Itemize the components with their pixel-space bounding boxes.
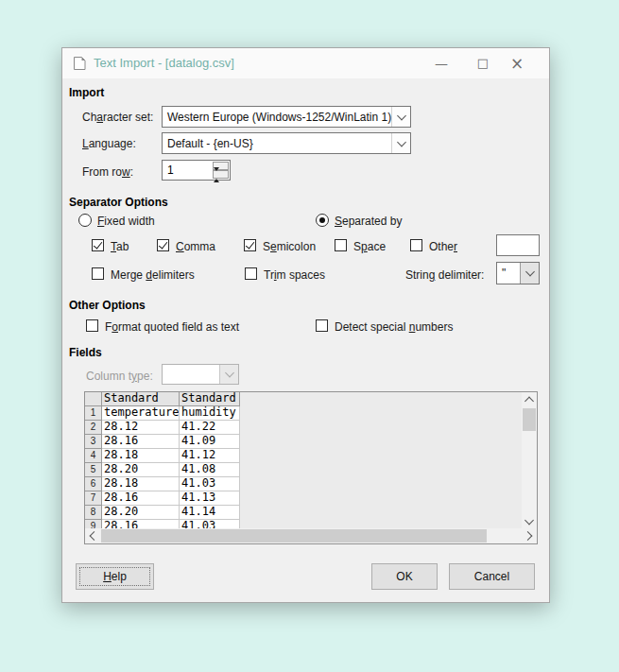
table-cell: 28.18 [102, 449, 180, 463]
table-cell: temperature [102, 406, 180, 421]
table-cell: 41.13 [180, 491, 240, 506]
semicolon-checkbox[interactable] [244, 239, 256, 251]
detect-special-numbers-checkbox-label[interactable]: Detect special numbers [335, 320, 453, 334]
row-number: 4 [85, 449, 102, 463]
row-number: 8 [85, 506, 102, 520]
other-checkbox[interactable] [410, 239, 422, 251]
preview-table: Standard Standard 1temperaturehumidity22… [84, 391, 538, 544]
scroll-left-icon[interactable] [85, 528, 100, 543]
fixed-width-radio[interactable] [78, 214, 92, 227]
chevron-down-icon[interactable] [391, 107, 410, 127]
table-cell: 41.12 [180, 449, 240, 463]
table-row: 228.1241.22 [85, 421, 522, 435]
language-select[interactable]: Default - {en-US} [162, 132, 411, 154]
language-value: Default - {en-US} [167, 137, 253, 150]
string-delimiter-label: String delimiter: [405, 268, 484, 282]
document-icon [72, 56, 87, 71]
table-cell: 28.18 [102, 477, 180, 491]
trim-spaces-checkbox-label[interactable]: Trim spaces [264, 268, 325, 282]
table-row: 828.2041.14 [85, 506, 522, 520]
space-checkbox[interactable] [335, 239, 347, 251]
from-row-label: From row: [82, 165, 133, 179]
table-cell: 28.20 [102, 463, 180, 477]
text-import-dialog: Text Import - [datalog.csv] — □ × Import… [61, 47, 550, 603]
table-row: 928.1641.03 [85, 520, 522, 528]
table-cell: 41.22 [180, 421, 240, 435]
scroll-right-icon[interactable] [522, 528, 537, 543]
format-quoted-checkbox-label[interactable]: Format quoted field as text [105, 320, 239, 334]
from-row-stepper[interactable]: 1 [162, 160, 231, 181]
window-title: Text Import - [datalog.csv] [94, 56, 234, 70]
tab-checkbox[interactable] [92, 239, 104, 251]
row-number: 7 [85, 491, 102, 506]
other-checkbox-label[interactable]: Other [429, 240, 457, 253]
table-cell: 41.09 [180, 435, 240, 449]
horizontal-scrollbar[interactable] [85, 528, 537, 543]
table-row: 628.1841.03 [85, 477, 522, 491]
table-row: 428.1841.12 [85, 449, 522, 463]
character-set-label: Character set: [82, 111, 153, 124]
fixed-width-radio-label[interactable]: Fixed width [97, 215, 155, 228]
table-cell: 28.16 [102, 520, 180, 528]
spin-down-icon[interactable] [213, 170, 229, 179]
table-cell: 41.08 [180, 463, 240, 477]
table-cell: 41.03 [180, 520, 240, 528]
table-cell: 28.12 [102, 421, 180, 435]
table-row: 528.2041.08 [85, 463, 522, 477]
merge-delimiters-checkbox[interactable] [92, 267, 104, 280]
column-type-label: Column type: [86, 370, 153, 383]
close-icon[interactable]: × [501, 48, 533, 78]
detect-special-numbers-checkbox[interactable] [316, 319, 328, 332]
format-quoted-checkbox[interactable] [86, 319, 98, 332]
column-type-select [162, 364, 239, 385]
other-options-heading: Other Options [69, 299, 146, 312]
semicolon-checkbox-label[interactable]: Semicolon [263, 240, 316, 253]
ok-button[interactable]: OK [371, 563, 438, 590]
table-cell: 28.16 [102, 435, 180, 449]
minimize-icon[interactable]: — [425, 48, 457, 78]
comma-checkbox-label[interactable]: Comma [176, 240, 215, 253]
horizontal-scroll-thumb[interactable] [101, 529, 487, 543]
maximize-icon[interactable]: □ [467, 48, 499, 78]
space-checkbox-label[interactable]: Space [353, 240, 386, 253]
scroll-up-icon[interactable] [522, 392, 537, 406]
header-row: Standard Standard [85, 392, 522, 406]
from-row-value: 1 [167, 164, 174, 177]
chevron-down-icon[interactable] [391, 133, 410, 153]
separated-by-radio-label[interactable]: Separated by [335, 215, 402, 228]
chevron-down-icon[interactable] [520, 263, 539, 284]
comma-checkbox[interactable] [157, 239, 169, 251]
vertical-scroll-thumb[interactable] [523, 408, 536, 431]
merge-delimiters-checkbox-label[interactable]: Merge delimiters [111, 268, 195, 282]
row-number: 6 [85, 477, 102, 491]
character-set-select[interactable]: Western Europe (Windows-1252/WinLatin 1) [162, 106, 411, 128]
desktop-background: { "window": { "title": "Text Import - [d… [0, 0, 619, 672]
column-header-1[interactable]: Standard [102, 392, 180, 406]
import-section-heading: Import [69, 86, 104, 99]
tab-checkbox-label[interactable]: Tab [111, 240, 129, 253]
other-delimiter-input[interactable] [496, 234, 540, 256]
cancel-button[interactable]: Cancel [449, 563, 535, 590]
grid-rows: 1temperaturehumidity228.1241.22328.1641.… [85, 406, 522, 528]
corner-header-cell[interactable] [85, 392, 102, 406]
preview-grid: Standard Standard 1temperaturehumidity22… [85, 392, 522, 528]
column-header-2[interactable]: Standard [180, 392, 240, 406]
table-cell: 41.14 [180, 506, 240, 520]
table-row: 328.1641.09 [85, 435, 522, 449]
trim-spaces-checkbox[interactable] [245, 267, 257, 280]
vertical-scrollbar[interactable] [522, 392, 537, 528]
titlebar: Text Import - [datalog.csv] — □ × [62, 48, 549, 78]
table-row: 1temperaturehumidity [85, 406, 522, 421]
string-delimiter-value: " [502, 267, 506, 280]
help-button[interactable]: Help [76, 563, 154, 590]
character-set-value: Western Europe (Windows-1252/WinLatin 1) [167, 111, 391, 124]
string-delimiter-select[interactable]: " [496, 262, 540, 284]
row-number: 9 [85, 520, 102, 528]
table-cell: 28.16 [102, 491, 180, 506]
row-number: 5 [85, 463, 102, 477]
table-row: 728.1641.13 [85, 491, 522, 506]
row-number: 3 [85, 435, 102, 449]
separated-by-radio[interactable] [316, 214, 329, 227]
table-cell: 28.20 [102, 506, 180, 520]
scroll-down-icon[interactable] [522, 514, 537, 528]
